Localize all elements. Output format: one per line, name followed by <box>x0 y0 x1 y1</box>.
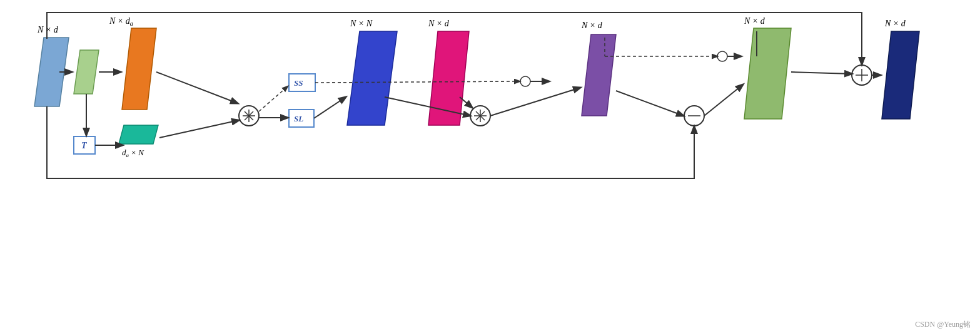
watermark: CSDN @Yeung铭 <box>915 319 971 330</box>
svg-point-41 <box>717 51 727 61</box>
svg-text:N × d: N × d <box>744 16 765 26</box>
svg-text:da × N: da × N <box>122 148 144 158</box>
svg-marker-4 <box>119 125 158 144</box>
svg-text:N × N: N × N <box>350 19 373 28</box>
architecture-diagram: N × d N × da N × N N × d N × d N × d N ×… <box>0 0 980 194</box>
svg-text:N × d: N × d <box>581 21 603 30</box>
svg-text:N × da: N × da <box>109 16 133 27</box>
svg-point-39 <box>520 76 530 86</box>
main-container: N × d N × da N × N N × d N × d N × d N ×… <box>0 0 980 333</box>
svg-text:SL: SL <box>294 114 303 123</box>
svg-text:N × d: N × d <box>884 19 906 28</box>
svg-text:SS: SS <box>294 78 303 88</box>
svg-text:N × d: N × d <box>428 19 450 28</box>
svg-text:N × d: N × d <box>37 25 59 34</box>
svg-text:T: T <box>81 141 88 150</box>
